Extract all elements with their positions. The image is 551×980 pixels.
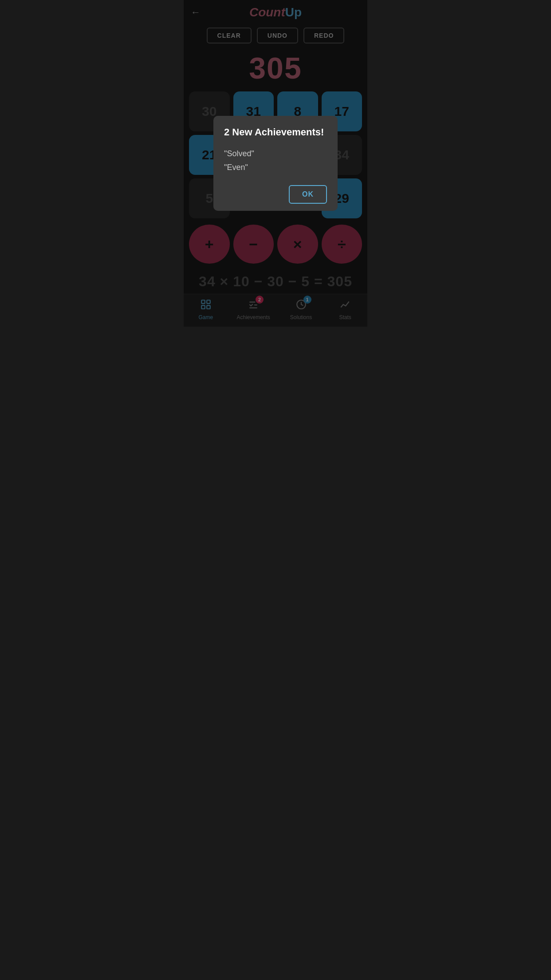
modal-title: 2 New Achievements! xyxy=(224,126,327,138)
modal-ok-button[interactable]: OK xyxy=(289,185,327,204)
achievement-1: "Solved" xyxy=(224,147,327,161)
modal-body: "Solved" "Even" xyxy=(224,147,327,174)
achievement-2: "Even" xyxy=(224,161,327,174)
achievement-modal: 2 New Achievements! "Solved" "Even" OK xyxy=(213,116,338,210)
modal-footer: OK xyxy=(224,185,327,204)
modal-overlay: 2 New Achievements! "Solved" "Even" OK xyxy=(184,0,367,327)
